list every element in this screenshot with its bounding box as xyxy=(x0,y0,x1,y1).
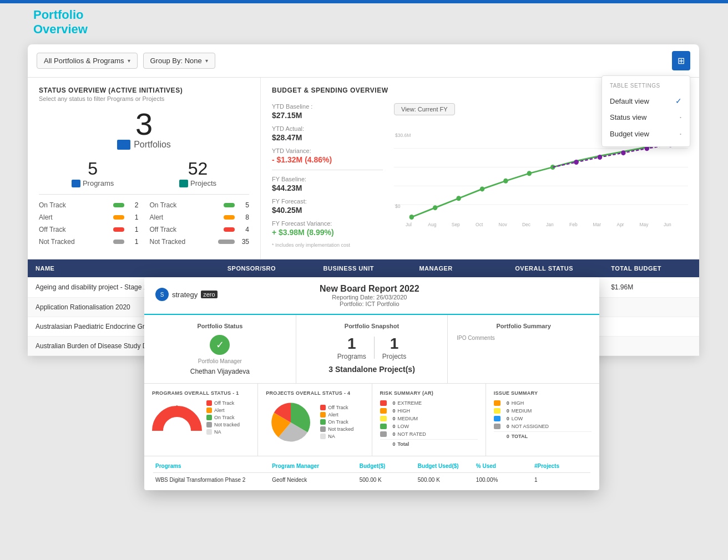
bullet-icon: · xyxy=(679,112,682,122)
status-row-alert-prog[interactable]: Alert 1 xyxy=(39,213,139,221)
rth-budget: Budget($) xyxy=(357,462,416,470)
portfolio-snapshot-col: Portfolio Snapshot 1 Programs 1 Projects… xyxy=(296,315,448,383)
alert-dot xyxy=(113,215,124,220)
svg-point-9 xyxy=(480,186,484,191)
snap-projects: 1 Projects xyxy=(375,335,414,360)
portfolio-label: Portfolio: ICT Portfolio xyxy=(320,301,419,307)
col-sponsor: SPONSOR/SRO xyxy=(220,259,316,277)
portfolio-status-title: Portfolio Status xyxy=(153,323,287,329)
dropdown-arrow-icon: ▾ xyxy=(128,58,130,64)
portfolio-status-col: Portfolio Status ✓ Portfolio Manager Che… xyxy=(144,315,296,383)
cell-budget: $1.96M xyxy=(603,277,699,297)
status-details: On Track 2 Alert 1 Off Track 1 xyxy=(39,201,249,250)
svg-point-14 xyxy=(598,155,602,160)
col-business-unit: BUSINESS UNIT xyxy=(316,259,412,277)
metric-ytd-variance: YTD Variance: - $1.32M (4.86%) xyxy=(272,147,383,164)
status-row-not-tracked-prog[interactable]: Not Tracked 1 xyxy=(39,238,139,246)
projects-stat: 52 Projects xyxy=(179,159,216,187)
svg-text:$30.6M: $30.6M xyxy=(395,133,411,138)
status-row-off-track-proj[interactable]: Off Track 4 xyxy=(150,226,250,233)
risk-high-dot xyxy=(380,408,387,414)
risk-low-dot xyxy=(380,424,387,429)
metric-fy-variance: FY Forecast Variance: + $3.98M (8.99%) xyxy=(272,220,383,237)
budget-metrics: YTD Baseline : $27.15M YTD Actual: $28.4… xyxy=(272,103,383,248)
projects-icon xyxy=(179,180,188,187)
on-track-dot xyxy=(113,203,124,207)
legend-dot-on-track xyxy=(206,415,212,420)
portfolios-label-row: Portfolios xyxy=(39,140,249,150)
programs-legend: Off Track Alert On Track Not tracked xyxy=(206,400,240,436)
legend-dot-off-track xyxy=(206,400,212,406)
dropdown-arrow-icon: ▾ xyxy=(205,58,208,64)
issue-summary-block: ISSUE SUMMARY 0 HIGH 0 MEDIUM 0 LOW xyxy=(486,384,599,456)
programs-stat: 5 Programs xyxy=(72,159,114,187)
status-row-on-track-prog[interactable]: On Track 2 xyxy=(39,201,139,209)
svg-text:Sep: Sep xyxy=(452,222,460,227)
rth-programs: Programs xyxy=(153,462,270,470)
projects-label: Projects xyxy=(190,179,216,187)
issue-not-assigned-dot xyxy=(494,424,501,429)
table-header: NAME SPONSOR/SRO BUSINESS UNIT MANAGER O… xyxy=(28,259,699,277)
svg-text:Oct: Oct xyxy=(476,222,483,227)
status-overview-title: STATUS OVERVIEW (Active Initiatives) xyxy=(39,86,249,94)
metric-fy-baseline: FY Baseline: $44.23M xyxy=(272,176,383,192)
table-settings-button[interactable]: ⊞ xyxy=(672,51,690,70)
checkmark-icon: ✓ xyxy=(675,96,682,105)
metric-ytd-actual: YTD Actual: $28.47M xyxy=(272,125,383,142)
table-settings-popup: TABLE SETTINGS Default view ✓ Status vie… xyxy=(601,75,690,147)
risk-not-rated-dot xyxy=(380,431,387,437)
projects-count: 52 xyxy=(179,159,216,179)
settings-default-view[interactable]: Default view ✓ xyxy=(602,93,690,109)
svg-text:Jan: Jan xyxy=(546,222,554,227)
pm-name: Chethan Vijayadeva xyxy=(190,368,250,375)
toolbar: All Portfolios & Programs ▾ Group By: No… xyxy=(28,44,699,78)
svg-text:Feb: Feb xyxy=(569,222,578,227)
status-row-off-track-prog[interactable]: Off Track 1 xyxy=(39,226,139,233)
col-name: NAME xyxy=(28,259,220,277)
bullet-icon: · xyxy=(679,129,682,139)
svg-text:Dec: Dec xyxy=(522,222,531,227)
snapshot-nums: 1 Programs 1 Projects xyxy=(305,335,439,360)
report-table-header: Programs Program Manager Budget($) Budge… xyxy=(153,462,590,473)
issue-table: 0 HIGH 0 MEDIUM 0 LOW 0 NOT ASSIGNED xyxy=(494,400,592,439)
svg-point-8 xyxy=(456,196,461,201)
strategy-logo-icon: S xyxy=(155,288,169,301)
col-status: OVERALL STATUS xyxy=(507,259,603,277)
reporting-date: Reporting Date: 26/03/2020 xyxy=(320,294,419,301)
svg-point-11 xyxy=(527,171,532,176)
projects-label-row: Projects xyxy=(179,179,216,187)
svg-text:Nov: Nov xyxy=(499,222,508,227)
settings-status-view[interactable]: Status view · xyxy=(602,109,690,125)
programs-label: Programs xyxy=(83,179,114,187)
programs-donut-chart: 1 xyxy=(152,403,202,434)
group-by-dropdown[interactable]: Group By: None ▾ xyxy=(143,53,215,69)
issue-medium-dot xyxy=(494,408,501,414)
status-row-not-tracked-proj[interactable]: Not Tracked 35 xyxy=(150,238,250,246)
charts-row: PROGRAMS OVERALL STATUS - 1 1 Off Track … xyxy=(144,384,599,456)
status-overview-panel: STATUS OVERVIEW (Active Initiatives) Sel… xyxy=(28,78,261,259)
portfolio-status-center: ✓ Portfolio Manager Chethan Vijayadeva xyxy=(153,335,287,375)
report-table-row[interactable]: WBS Digital Transformation Phase 2 Geoff… xyxy=(153,475,590,485)
page-title: Portfolio Overview xyxy=(33,8,88,37)
snapshot-title: Portfolio Snapshot xyxy=(305,323,439,329)
summary-title: Portfolio Summary xyxy=(457,323,590,329)
svg-point-15 xyxy=(621,150,625,155)
svg-text:Jun: Jun xyxy=(664,222,671,227)
svg-text:Aug: Aug xyxy=(428,222,436,227)
rtd-budget: 500.00 K xyxy=(357,475,416,485)
pm-label: Portfolio Manager xyxy=(198,358,242,364)
portfolio-filter-dropdown[interactable]: All Portfolios & Programs ▾ xyxy=(37,53,138,69)
on-track-dot xyxy=(224,203,235,207)
col-budget: TOTAL BUDGET xyxy=(603,259,699,277)
rth-pct-used: % Used xyxy=(474,462,532,470)
status-row-alert-proj[interactable]: Alert 8 xyxy=(150,213,250,221)
issue-low-dot xyxy=(494,416,501,421)
settings-budget-view[interactable]: Budget view · xyxy=(602,125,690,142)
cell-budget xyxy=(603,317,699,336)
metric-ytd-baseline: YTD Baseline : $27.15M xyxy=(272,103,383,120)
not-tracked-dot xyxy=(218,240,235,244)
programs-chart-content: 1 Off Track Alert On Track xyxy=(152,400,250,436)
status-row-on-track-proj[interactable]: On Track 5 xyxy=(150,201,250,209)
rtd-budget-used: 500.00 K xyxy=(416,475,474,485)
view-current-fy-btn[interactable]: View: Current FY xyxy=(394,103,455,115)
